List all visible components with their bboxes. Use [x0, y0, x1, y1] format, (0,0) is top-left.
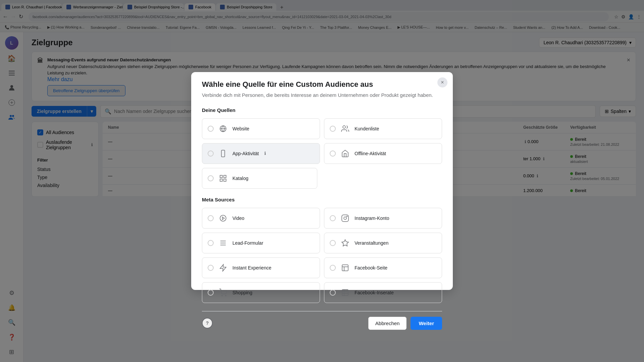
modal-dialog: Wähle eine Quelle für eine Custom Audien…: [191, 72, 453, 290]
option-veranstaltungen[interactable]: Veranstaltungen: [324, 233, 442, 253]
radio-offline[interactable]: [330, 150, 336, 157]
svg-marker-25: [342, 240, 348, 246]
svg-point-17: [220, 215, 226, 221]
svg-rect-11: [221, 150, 225, 157]
option-katalog[interactable]: Katalog: [202, 168, 317, 189]
option-video[interactable]: Video: [202, 208, 320, 229]
svg-point-20: [344, 217, 346, 220]
option-instagram-label: Instagram-Konto: [355, 216, 389, 221]
people-icon: [340, 123, 351, 134]
globe-icon: [218, 123, 228, 134]
option-kundenliste-label: Kundenliste: [355, 126, 379, 131]
radio-app[interactable]: [208, 150, 214, 157]
option-fbseite[interactable]: Facebook-Seite: [324, 257, 442, 278]
option-fbinserate[interactable]: Facebook-Inserate: [324, 282, 442, 303]
option-offline[interactable]: Offline-Aktivität: [324, 143, 442, 164]
modal-footer: ? Abbrechen Weiter: [202, 311, 442, 330]
meta-sources-grid: Video Instagram-Konto Lead-Formular: [202, 208, 442, 303]
option-veranstaltungen-label: Veranstaltungen: [355, 240, 388, 246]
fb-ad-icon: [340, 287, 351, 298]
svg-rect-32: [342, 290, 348, 296]
form-icon: [218, 238, 228, 248]
radio-katalog[interactable]: [208, 175, 214, 181]
modal-subtitle: Verbinde dich mit Personen, die bereits …: [202, 92, 442, 99]
deine-quellen-grid: Website Kundenliste App-Aktivität ℹ: [202, 118, 442, 189]
instagram-icon: [340, 213, 351, 224]
footer-actions: Abbrechen Weiter: [368, 317, 442, 330]
option-instant-label: Instant Experience: [232, 265, 271, 270]
svg-rect-15: [220, 179, 222, 181]
option-instagram[interactable]: Instagram-Konto: [324, 208, 442, 229]
app-info-icon[interactable]: ℹ: [264, 151, 266, 156]
option-app[interactable]: App-Aktivität ℹ: [202, 143, 320, 164]
modal-title: Wähle eine Quelle für eine Custom Audien…: [202, 80, 442, 89]
grid-icon: [218, 173, 228, 184]
svg-point-31: [225, 295, 226, 296]
svg-rect-14: [224, 175, 226, 178]
weiter-button[interactable]: Weiter: [411, 317, 442, 330]
modal-close-button[interactable]: ×: [437, 77, 447, 87]
svg-marker-18: [222, 217, 224, 220]
svg-rect-13: [220, 175, 222, 178]
radio-veranstaltungen[interactable]: [330, 240, 336, 246]
radio-fbinserate[interactable]: [330, 290, 336, 296]
radio-fbseite[interactable]: [330, 265, 336, 271]
option-kundenliste[interactable]: Kundenliste: [324, 118, 442, 139]
svg-point-10: [343, 126, 345, 128]
fb-page-icon: [340, 262, 351, 273]
flash-icon: [218, 262, 228, 273]
svg-point-21: [347, 216, 347, 217]
svg-rect-27: [342, 265, 348, 271]
option-fbseite-label: Facebook-Seite: [355, 265, 387, 270]
play-icon: [218, 213, 228, 224]
radio-instant[interactable]: [208, 265, 214, 271]
radio-website[interactable]: [208, 126, 214, 132]
radio-shopping[interactable]: [208, 290, 214, 296]
option-shopping[interactable]: Shopping: [202, 282, 320, 303]
option-katalog-label: Katalog: [232, 176, 248, 181]
section-deine-quellen: Deine Quellen: [202, 107, 442, 113]
radio-lead[interactable]: [208, 240, 214, 246]
radio-instagram[interactable]: [330, 215, 336, 221]
svg-rect-19: [342, 215, 348, 222]
store-icon: [340, 148, 351, 159]
mobile-icon: [218, 148, 228, 159]
cancel-button[interactable]: Abbrechen: [368, 317, 407, 330]
radio-kundenliste[interactable]: [330, 126, 336, 132]
svg-rect-16: [224, 179, 226, 181]
option-shopping-label: Shopping: [232, 290, 252, 295]
option-website[interactable]: Website: [202, 118, 320, 139]
radio-video[interactable]: [208, 215, 214, 221]
svg-point-30: [222, 295, 222, 296]
option-website-label: Website: [232, 126, 249, 131]
option-fbinserate-label: Facebook-Inserate: [355, 290, 394, 295]
option-app-label: App-Aktivität: [232, 151, 259, 156]
option-instant[interactable]: Instant Experience: [202, 257, 320, 278]
event-icon: [340, 238, 351, 248]
option-lead-label: Lead-Formular: [232, 240, 263, 246]
option-offline-label: Offline-Aktivität: [355, 151, 386, 156]
cart-icon: [218, 287, 228, 298]
option-video-label: Video: [232, 216, 245, 221]
option-lead[interactable]: Lead-Formular: [202, 233, 320, 253]
svg-marker-26: [220, 264, 226, 271]
modal-overlay[interactable]: Wähle eine Quelle für eine Custom Audien…: [0, 0, 644, 362]
section-meta-sources: Meta Sources: [202, 197, 442, 202]
help-button[interactable]: ?: [202, 318, 213, 328]
